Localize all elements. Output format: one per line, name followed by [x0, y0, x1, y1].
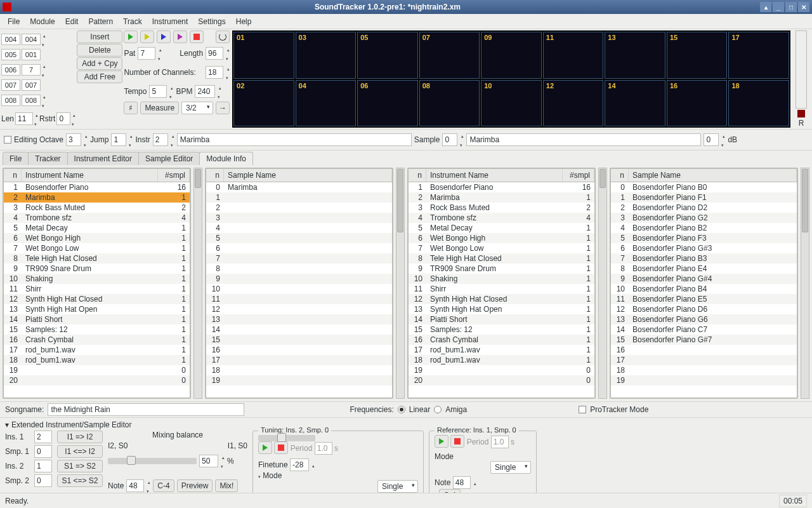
- freq-linear-radio[interactable]: [398, 406, 405, 413]
- instrument-row[interactable]: 13Synth High Hat Open1: [409, 304, 594, 314]
- play-block-button[interactable]: [173, 30, 187, 43]
- tuning-mode-select[interactable]: Single: [377, 480, 418, 493]
- menu-file[interactable]: File: [3, 16, 25, 27]
- mix-button[interactable]: Mix!: [215, 479, 238, 492]
- songname-input[interactable]: the Midnight Rain: [48, 403, 244, 416]
- tab-tracker[interactable]: Tracker: [28, 152, 67, 165]
- instrument-row[interactable]: 2Marimba1: [409, 192, 594, 203]
- menu-pattern[interactable]: Pattern: [83, 16, 118, 27]
- sample-row[interactable]: 2: [206, 203, 392, 213]
- s1-to-s2-button[interactable]: S1 => S2: [57, 460, 103, 472]
- sample-row[interactable]: 6: [206, 243, 392, 253]
- instrument-row[interactable]: 16Crash Cymbal1: [4, 335, 190, 345]
- pattern-cell-14[interactable]: 14: [605, 80, 665, 127]
- sample-row[interactable]: 8: [206, 264, 392, 274]
- ref-stop-button[interactable]: [450, 435, 464, 448]
- instrument-row[interactable]: 18rod_bum1.wav1: [409, 355, 594, 365]
- instrument-row[interactable]: 17rod_bum1.wav1: [409, 345, 594, 355]
- sample-row[interactable]: 3Bosendorfer Piano G2: [611, 213, 797, 223]
- tab-file[interactable]: File: [3, 152, 29, 165]
- sample-row[interactable]: 12Bosendorfer Piano D6: [611, 304, 797, 314]
- instrument-row[interactable]: 9TR909 Snare Drum1: [409, 264, 594, 274]
- play-button[interactable]: [124, 30, 138, 43]
- goto-button[interactable]: →: [216, 102, 230, 114]
- sample-row[interactable]: 19: [611, 375, 797, 385]
- sample-row[interactable]: 14: [206, 324, 392, 335]
- editoct-spinner[interactable]: [84, 131, 88, 149]
- rstrt-spinner[interactable]: [72, 110, 75, 128]
- instrument-row[interactable]: 15Samples: 121: [409, 324, 594, 335]
- sample-row[interactable]: 0Marimba: [206, 182, 392, 192]
- menu-instrument[interactable]: Instrument: [147, 16, 193, 27]
- instr-input[interactable]: 2: [153, 133, 168, 146]
- ins2-input[interactable]: 1: [34, 460, 52, 472]
- instrument-row[interactable]: 7Wet Bongo Low1: [409, 243, 594, 253]
- len-input[interactable]: 11: [15, 112, 33, 125]
- instrument-row[interactable]: 17rod_bum1.wav1: [4, 345, 190, 355]
- col-inst-name[interactable]: Instrument Name: [426, 169, 563, 182]
- sample-row[interactable]: 10Bosendorfer Piano B4: [611, 284, 797, 294]
- ref-play-button[interactable]: [435, 435, 449, 448]
- instrument-row[interactable]: 13Synth High Hat Open1: [4, 304, 190, 314]
- instrument-row[interactable]: 14Piatti Short1: [4, 314, 190, 324]
- play-pattern-button[interactable]: [140, 30, 154, 43]
- col-n[interactable]: n: [4, 169, 22, 182]
- instrument-row[interactable]: 18rod_bum1.wav1: [4, 355, 190, 365]
- edit-octave-input[interactable]: 3: [66, 133, 81, 146]
- instrument-row[interactable]: 200: [4, 375, 190, 385]
- instrument-row[interactable]: 12Synth High Hat Closed1: [409, 294, 594, 304]
- instrument-row[interactable]: 3Rock Bass Muted2: [409, 203, 594, 213]
- bpm-input[interactable]: 240: [195, 85, 215, 98]
- instrument-row[interactable]: 4Trombone sfz4: [4, 213, 190, 223]
- sample-row[interactable]: 4: [206, 223, 392, 233]
- pattern-cell-05[interactable]: 05: [357, 32, 418, 79]
- pattern-cell-08[interactable]: 08: [419, 80, 480, 127]
- pattern-cell-01[interactable]: 01: [233, 32, 294, 79]
- freq-amiga-radio[interactable]: [434, 406, 442, 413]
- smp1-input[interactable]: 0: [34, 445, 52, 458]
- instrument-row[interactable]: 190: [409, 365, 594, 375]
- menu-track[interactable]: Track: [118, 16, 147, 27]
- i1-swap-i2-button[interactable]: I1 <=> I2: [57, 445, 103, 458]
- col-sample-name[interactable]: Sample Name: [629, 169, 797, 182]
- db-spinner[interactable]: [721, 131, 725, 149]
- instrument-row[interactable]: 16Crash Cymbal1: [409, 335, 594, 345]
- sample-row[interactable]: 18: [611, 365, 797, 375]
- sample-row[interactable]: 11Bosendorfer Piano E5: [611, 294, 797, 304]
- instrument-row[interactable]: 190: [4, 365, 190, 375]
- sample-row[interactable]: 11: [206, 294, 392, 304]
- ref-mode-select[interactable]: Single: [490, 461, 531, 474]
- pattern-cell-03[interactable]: 03: [296, 32, 357, 79]
- tab-instrument-editor[interactable]: Instrument Editor: [67, 152, 139, 165]
- col-inst-name[interactable]: Instrument Name: [22, 169, 158, 182]
- pattern-cell-07[interactable]: 07: [419, 32, 480, 79]
- menu-edit[interactable]: Edit: [60, 16, 84, 27]
- add-free-button[interactable]: Add Free: [77, 70, 122, 83]
- sample-spinner[interactable]: [460, 131, 464, 149]
- ins1-input[interactable]: 2: [34, 431, 52, 443]
- instrument-row[interactable]: 10Shaking1: [4, 274, 190, 284]
- tuning-play-button[interactable]: [258, 441, 272, 454]
- db-input[interactable]: 0: [704, 133, 719, 146]
- i1-to-i2-button[interactable]: I1 => I2: [57, 431, 103, 443]
- instrument-row[interactable]: 2Marimba1: [4, 192, 190, 203]
- col-smpl[interactable]: #smpl: [158, 169, 190, 182]
- length-spinner[interactable]: [226, 44, 230, 62]
- pattern-cell-13[interactable]: 13: [605, 32, 665, 79]
- scrollbar-4[interactable]: [801, 168, 809, 399]
- instrument-row[interactable]: 5Metal Decay1: [409, 223, 594, 233]
- tuning-slider[interactable]: [258, 435, 315, 441]
- pattern-cell-11[interactable]: 11: [543, 32, 604, 79]
- instrument-row[interactable]: 10Shaking1: [409, 274, 594, 284]
- tab-module-info[interactable]: Module Info: [199, 152, 253, 165]
- sample-row[interactable]: 4Bosendorfer Piano B2: [611, 223, 797, 233]
- sample-input[interactable]: 0: [442, 133, 457, 146]
- pattern-cell-12[interactable]: 12: [543, 80, 604, 127]
- instrument-row[interactable]: 15Samples: 121: [4, 324, 190, 335]
- instrument-row[interactable]: 5Metal Decay1: [4, 223, 190, 233]
- play-cursor-button[interactable]: [157, 30, 171, 43]
- instrument-row[interactable]: 4Trombone sfz4: [409, 213, 594, 223]
- sample-row[interactable]: 2Bosendorfer Piano D2: [611, 203, 797, 213]
- note-input[interactable]: 48: [126, 479, 144, 492]
- col-n[interactable]: n: [611, 169, 629, 182]
